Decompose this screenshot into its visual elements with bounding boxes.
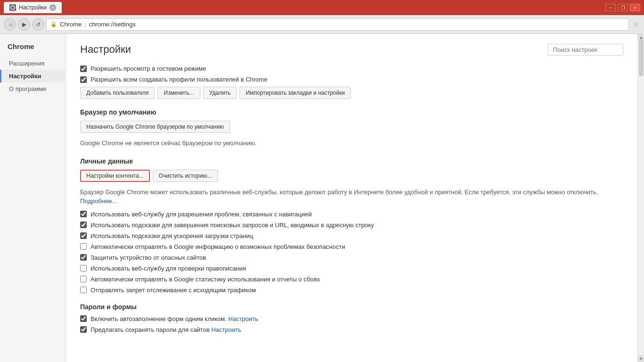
tab-title: Настройки — [19, 4, 47, 11]
sidebar-item-settings[interactable]: Настройки — [0, 70, 66, 82]
profiles-checkbox[interactable] — [80, 76, 87, 83]
tab-close-button[interactable]: × — [50, 4, 56, 11]
tab-favicon — [9, 4, 16, 11]
users-section: Разрешить просмотр в гостевом режиме Раз… — [80, 65, 623, 99]
spellcheck-row: Использовать веб-службу для проверки пра… — [80, 265, 623, 272]
usage-stats-checkbox[interactable] — [80, 276, 87, 282]
minimize-button[interactable]: ─ — [605, 4, 616, 11]
security-report-row: Автоматически отправлять в Google информ… — [80, 243, 623, 250]
sidebar: Chrome Расширения Настройки О программе — [0, 34, 66, 362]
usage-stats-row: Автоматически отправлять в Google статис… — [80, 276, 623, 283]
autofill-configure-link[interactable]: Настроить — [228, 315, 258, 322]
bookmark-star-button[interactable]: ☆ — [631, 20, 640, 29]
user-buttons-row: Добавить пользователя Изменить... Удалит… — [80, 87, 623, 99]
set-default-browser-button[interactable]: Назначить Google Chrome браузером по умо… — [80, 121, 230, 133]
active-tab[interactable]: Настройки × — [4, 2, 62, 13]
personal-data-info: Браузер Google Chrome может использовать… — [80, 188, 623, 206]
personal-data-buttons-row: Настройки контента... Очистить историю..… — [80, 170, 623, 182]
dnt-checkbox[interactable] — [80, 287, 87, 293]
sidebar-item-extensions[interactable]: Расширения — [0, 57, 66, 70]
learn-more-link[interactable]: Подробнее... — [80, 197, 117, 205]
edit-user-button[interactable]: Изменить... — [157, 87, 200, 99]
passwords-title: Пароли и формы — [80, 303, 623, 311]
nav-helper-row: Использовать веб-службу для разрешения п… — [80, 211, 623, 218]
close-button[interactable]: × — [630, 4, 640, 11]
import-button[interactable]: Импортировать закладки и настройки — [239, 87, 351, 99]
save-passwords-label: Предлагать сохранять пароли для сайтов Н… — [91, 326, 241, 333]
forward-button[interactable]: ▶ — [18, 18, 30, 31]
dnt-label: Отправлять запрет отслеживания с исходящ… — [91, 287, 256, 294]
window-controls: ─ ❐ × — [605, 4, 640, 11]
nav-helper-checkbox[interactable] — [80, 211, 87, 217]
dnt-row: Отправлять запрет отслеживания с исходящ… — [80, 287, 623, 294]
page-title: Настройки — [80, 43, 131, 56]
search-input[interactable] — [548, 44, 623, 56]
scrollbar-thumb[interactable] — [639, 39, 644, 76]
page-load-label: Использовать подсказки для ускорения заг… — [91, 232, 253, 239]
autofill-row: Включить автозаполнение форм одним клико… — [80, 315, 623, 322]
toolbar: ◀ ▶ ↺ 🔒 Chrome | chrome://settings ☆ — [0, 15, 644, 34]
page-load-checkbox[interactable] — [80, 232, 87, 239]
guest-mode-checkbox[interactable] — [80, 66, 87, 72]
spellcheck-label: Использовать веб-службу для проверки пра… — [91, 265, 246, 272]
content-settings-button[interactable]: Настройки контента... — [80, 170, 150, 182]
set-default-browser-row: Назначить Google Chrome браузером по умо… — [80, 121, 623, 133]
settings-content: Настройки Разрешить просмотр в гостевом … — [66, 34, 637, 362]
personal-data-section: Личные данные Настройки контента... Очис… — [80, 157, 623, 294]
address-separator: | — [84, 21, 86, 28]
default-browser-title: Браузер по умолчанию — [80, 108, 623, 116]
address-security-icon: 🔒 — [50, 21, 57, 27]
safe-browsing-row: Защитить устройство от опасных сайтов — [80, 254, 623, 261]
usage-stats-label: Автоматически отправлять в Google статис… — [91, 276, 320, 283]
restore-button[interactable]: ❐ — [618, 4, 628, 11]
profiles-label: Разрешить всем создавать профили пользов… — [91, 76, 267, 83]
safe-browsing-label: Защитить устройство от опасных сайтов — [91, 254, 206, 261]
address-brand: Chrome — [60, 21, 82, 28]
content-header: Настройки — [80, 43, 623, 56]
safe-browsing-checkbox[interactable] — [80, 254, 87, 261]
sidebar-item-about[interactable]: О программе — [0, 82, 66, 95]
security-report-label: Автоматически отправлять в Google информ… — [91, 243, 345, 250]
default-browser-section: Браузер по умолчанию Назначить Google Ch… — [80, 108, 623, 148]
spellcheck-checkbox[interactable] — [80, 265, 87, 272]
search-hints-row: Использовать подсказки для завершения по… — [80, 222, 623, 229]
delete-user-button[interactable]: Удалить — [203, 87, 237, 99]
address-bar[interactable]: 🔒 Chrome | chrome://settings — [46, 18, 629, 31]
back-button[interactable]: ◀ — [4, 18, 16, 31]
scrollbar-track[interactable]: ▲ ▼ — [637, 34, 644, 362]
guest-mode-row: Разрешить просмотр в гостевом режиме — [80, 65, 623, 72]
save-passwords-row: Предлагать сохранять пароли для сайтов Н… — [80, 326, 623, 333]
autofill-checkbox[interactable] — [80, 315, 87, 322]
add-user-button[interactable]: Добавить пользователя — [80, 87, 155, 99]
reload-button[interactable]: ↺ — [32, 18, 44, 31]
search-hints-label: Использовать подсказки для завершения по… — [91, 222, 374, 229]
save-passwords-checkbox[interactable] — [80, 326, 87, 333]
nav-helper-label: Использовать веб-службу для разрешения п… — [91, 211, 312, 218]
personal-data-title: Личные данные — [80, 157, 623, 165]
svg-rect-0 — [9, 4, 16, 11]
autofill-label: Включить автозаполнение форм одним клико… — [91, 315, 258, 322]
save-passwords-configure-link[interactable]: Настроить — [211, 326, 241, 333]
sidebar-title: Chrome — [0, 40, 66, 53]
scrollbar-down-arrow[interactable]: ▼ — [638, 355, 644, 362]
clear-history-button[interactable]: Очистить историю... — [153, 170, 218, 182]
titlebar: Настройки × ─ ❐ × — [0, 0, 644, 15]
address-url: chrome://settings — [89, 21, 136, 28]
default-browser-status: Google Chrome не является сейчас браузер… — [80, 139, 623, 148]
guest-mode-label: Разрешить просмотр в гостевом режиме — [91, 65, 206, 72]
profiles-row: Разрешить всем создавать профили пользов… — [80, 76, 623, 83]
security-report-checkbox[interactable] — [80, 243, 87, 250]
passwords-section: Пароли и формы Включить автозаполнение ф… — [80, 303, 623, 333]
search-hints-checkbox[interactable] — [80, 222, 87, 228]
page-load-row: Использовать подсказки для ускорения заг… — [80, 232, 623, 239]
browser-body: Chrome Расширения Настройки О программе … — [0, 34, 644, 362]
